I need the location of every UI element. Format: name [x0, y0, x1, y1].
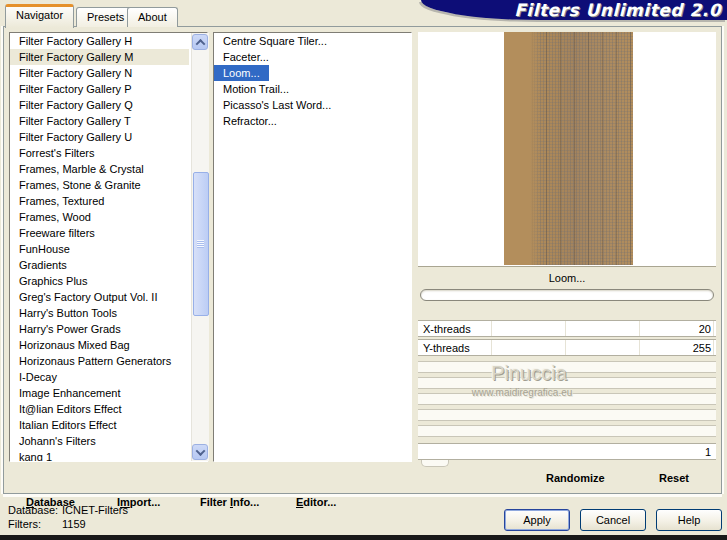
category-list-item[interactable]: Filter Factory Gallery T [10, 113, 189, 129]
apply-button[interactable]: Apply [504, 509, 570, 531]
watermark-name: Pinuccia [459, 362, 599, 385]
tab-about-label: About [138, 11, 167, 23]
progress-bar [420, 289, 714, 301]
category-list-item[interactable]: Harry's Power Grads [10, 321, 189, 337]
category-list-item[interactable]: Filter Factory Gallery N [10, 65, 189, 81]
filter-info-button[interactable]: Filter Info... [200, 496, 259, 508]
slider-y-threads-value: 255 [693, 342, 716, 354]
category-list-item[interactable]: Image Enhancement [10, 385, 189, 401]
filter-list-item[interactable]: Centre Square Tiler... [214, 33, 411, 49]
category-list-scrollbar[interactable] [191, 33, 209, 461]
category-list-item[interactable]: FunHouse [10, 241, 189, 257]
tab-presets-label: Presets [87, 11, 124, 23]
window-title: Filters Unlimited 2.0 [514, 0, 727, 20]
current-filter-name: Loom... [549, 272, 586, 284]
navigator-page: Filter Factory Gallery HFilter Factory G… [3, 26, 722, 494]
help-button[interactable]: Help [656, 509, 722, 531]
category-list-item[interactable]: Filter Factory Gallery M [10, 49, 189, 65]
database-button-label-rest: atabase [34, 496, 75, 508]
tab-navigator[interactable]: Navigator [5, 4, 74, 28]
category-list-item[interactable]: kang 1 [10, 449, 189, 462]
chevron-up-icon [195, 38, 205, 48]
database-mnemonic: D [26, 496, 34, 508]
slider-extra-value: 1 [705, 446, 716, 458]
empty-slider-row [418, 409, 716, 421]
slider-y-threads[interactable]: Y-threads 255 [418, 339, 716, 356]
status-row: Filters: 1159 [8, 517, 128, 531]
tab-about[interactable]: About [127, 7, 178, 27]
empty-slider-row [418, 425, 716, 437]
status-value: 1159 [62, 517, 86, 531]
filter-list-item[interactable]: Refractor... [214, 113, 411, 129]
import-button-label-rest: port... [130, 496, 161, 508]
preview-area [418, 32, 716, 266]
category-list-item[interactable]: Gradients [10, 257, 189, 273]
filter-info-button-label: Filter [200, 496, 230, 508]
filter-list[interactable]: Centre Square Tiler...Faceter...Loom...M… [213, 32, 412, 462]
watermark-url: www.maidiregrafica.eu [442, 387, 602, 398]
category-list-item[interactable]: Filter Factory Gallery P [10, 81, 189, 97]
bottom-edge [0, 535, 727, 540]
category-list-item[interactable]: Forrest's Filters [10, 145, 189, 161]
category-list-item[interactable]: Filter Factory Gallery Q [10, 97, 189, 113]
editor-button[interactable]: Editor... [296, 496, 336, 508]
database-button[interactable]: Database [26, 496, 75, 508]
filter-list-item[interactable]: Faceter... [214, 49, 411, 65]
editor-button-label-rest: ditor... [303, 496, 336, 508]
scrollbar-thumb[interactable] [193, 172, 209, 316]
category-list-item[interactable]: Frames, Stone & Granite [10, 177, 189, 193]
slider-x-threads-label: X-threads [418, 323, 471, 335]
filter-name-band: Loom... [418, 266, 716, 288]
category-list-item[interactable]: Filter Factory Gallery H [10, 33, 189, 49]
category-list-item[interactable]: Filter Factory Gallery U [10, 129, 189, 145]
randomize-button[interactable]: Randomize [546, 472, 605, 484]
tab-navigator-label: Navigator [16, 9, 63, 21]
scroll-down-button[interactable] [192, 444, 208, 460]
category-list-item[interactable]: I-Decay [10, 369, 189, 385]
category-list-item[interactable]: Frames, Marble & Crystal [10, 161, 189, 177]
category-list-item[interactable]: Greg's Factory Output Vol. II [10, 289, 189, 305]
filter-list-item[interactable]: Picasso's Last Word... [214, 97, 411, 113]
category-list[interactable]: Filter Factory Gallery HFilter Factory G… [9, 32, 208, 462]
scroll-up-button[interactable] [192, 34, 208, 50]
category-list-item[interactable]: Horizonaus Pattern Generators [10, 353, 189, 369]
import-button[interactable]: Import... [117, 496, 160, 508]
filter-list-item[interactable]: Loom... [214, 65, 269, 81]
category-list-item[interactable]: Frames, Textured [10, 193, 189, 209]
status-label: Filters: [8, 517, 62, 531]
import-mnemonic: m [120, 496, 130, 508]
cancel-button[interactable]: Cancel [580, 509, 646, 531]
category-list-item[interactable]: Italian Editors Effect [10, 417, 189, 433]
slider-y-threads-label: Y-threads [418, 342, 470, 354]
slider-extra[interactable]: 1 [418, 443, 716, 460]
preview-image [504, 32, 633, 265]
slider-x-threads-value: 20 [699, 323, 716, 335]
category-list-item[interactable]: Frames, Wood [10, 209, 189, 225]
filter-info-button-label-rest: nfo... [233, 496, 259, 508]
category-list-item[interactable]: It@lian Editors Effect [10, 401, 189, 417]
category-list-item[interactable]: Freeware filters [10, 225, 189, 241]
filter-list-item[interactable]: Motion Trail... [214, 81, 411, 97]
category-list-item[interactable]: Harry's Button Tools [10, 305, 189, 321]
category-list-item[interactable]: Johann's Filters [10, 433, 189, 449]
reset-button[interactable]: Reset [659, 472, 689, 484]
slider-notch [421, 460, 449, 467]
title-banner: Filters Unlimited 2.0 [421, 0, 727, 20]
category-list-item[interactable]: Graphics Plus [10, 273, 189, 289]
category-list-item[interactable]: Horizonaus Mixed Bag [10, 337, 189, 353]
slider-x-threads[interactable]: X-threads 20 [418, 320, 716, 337]
chevron-down-icon [195, 446, 205, 456]
